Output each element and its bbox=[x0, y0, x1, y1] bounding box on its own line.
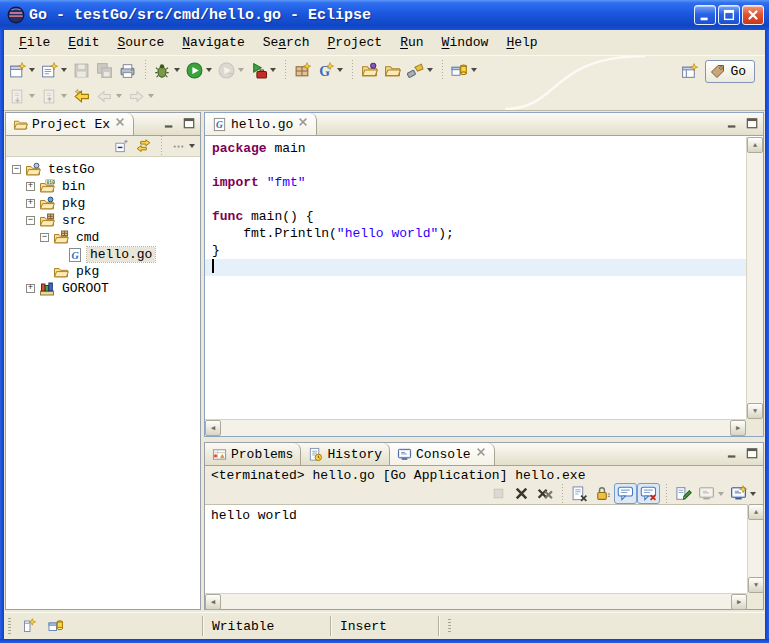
project-tree[interactable]: −testGo+010bin+pkg−src−cmdGhello.gopkg+G… bbox=[6, 158, 200, 609]
new-go-element-button[interactable] bbox=[38, 58, 70, 82]
view-menu-button[interactable] bbox=[168, 137, 198, 156]
open-file-button[interactable] bbox=[381, 58, 404, 82]
code-editor[interactable]: package mainimport "fmt"func main() { fm… bbox=[205, 137, 746, 419]
menu-project[interactable]: Project bbox=[319, 33, 392, 52]
expand-toggle-icon[interactable]: + bbox=[26, 199, 35, 208]
dropdown-arrow-icon[interactable] bbox=[148, 94, 154, 98]
stderr-bubble-button[interactable] bbox=[637, 483, 660, 504]
pin-console-button[interactable] bbox=[672, 483, 695, 504]
collapse-toggle-icon[interactable]: − bbox=[26, 216, 35, 225]
minimize-editor-icon[interactable] bbox=[726, 116, 741, 131]
print-button[interactable] bbox=[116, 58, 139, 82]
tree-item-testgo[interactable]: −testGo bbox=[6, 161, 200, 178]
menu-file[interactable]: File bbox=[10, 33, 59, 52]
statusbar-drag-handle[interactable] bbox=[448, 619, 451, 633]
dropdown-arrow-icon[interactable] bbox=[270, 68, 276, 72]
editor-horizontal-scrollbar[interactable]: ◀ ▶ bbox=[205, 419, 746, 436]
dropdown-arrow-icon[interactable] bbox=[116, 94, 122, 98]
open-console-button[interactable] bbox=[727, 483, 759, 504]
minimize-button[interactable] bbox=[694, 5, 716, 25]
collapse-toggle-icon[interactable]: − bbox=[40, 233, 49, 242]
go-perspective-button[interactable]: Go bbox=[705, 60, 755, 83]
last-edit-button[interactable] bbox=[70, 84, 93, 108]
menu-search[interactable]: Search bbox=[254, 33, 319, 52]
menu-window[interactable]: Window bbox=[433, 33, 498, 52]
maximize-editor-icon[interactable] bbox=[745, 116, 760, 131]
scroll-down-button[interactable]: ▼ bbox=[748, 577, 764, 593]
show-view-shortcut-button[interactable] bbox=[17, 614, 39, 638]
minimize-console-icon[interactable] bbox=[726, 446, 741, 461]
dropdown-arrow-icon[interactable] bbox=[206, 68, 212, 72]
dropdown-arrow-icon[interactable] bbox=[61, 94, 67, 98]
scroll-up-button[interactable]: ▲ bbox=[747, 137, 763, 153]
collapse-all-button[interactable] bbox=[111, 137, 132, 156]
tree-item-goroot[interactable]: +GOROOT bbox=[6, 280, 200, 297]
scroll-right-button[interactable]: ▶ bbox=[730, 420, 746, 436]
dropdown-arrow-icon[interactable] bbox=[61, 68, 67, 72]
dropdown-arrow-icon[interactable] bbox=[238, 68, 244, 72]
close-tab-icon[interactable] bbox=[475, 446, 487, 462]
scroll-right-button[interactable]: ▶ bbox=[731, 594, 747, 610]
scroll-track[interactable] bbox=[221, 594, 731, 609]
scroll-left-button[interactable]: ◀ bbox=[205, 420, 221, 436]
dropdown-arrow-icon[interactable] bbox=[29, 68, 35, 72]
console-vertical-scrollbar[interactable]: ▲ ▼ bbox=[747, 504, 763, 593]
debug-button[interactable] bbox=[151, 58, 183, 82]
tab-problems[interactable]: Problems bbox=[205, 443, 301, 465]
titlebar[interactable]: Go - testGo/src/cmd/hello.go - Eclipse bbox=[0, 0, 769, 30]
expand-toggle-icon[interactable]: + bbox=[26, 284, 35, 293]
menu-run[interactable]: Run bbox=[391, 33, 432, 52]
close-button[interactable] bbox=[742, 5, 764, 25]
menu-help[interactable]: Help bbox=[497, 33, 546, 52]
scroll-track[interactable] bbox=[747, 153, 763, 403]
open-resource-button[interactable] bbox=[358, 58, 381, 82]
go-new-button[interactable]: G bbox=[314, 58, 346, 82]
dropdown-arrow-icon[interactable] bbox=[29, 94, 35, 98]
tab-project-explorer[interactable]: Project Ex bbox=[6, 113, 134, 135]
menu-navigate[interactable]: Navigate bbox=[173, 33, 253, 52]
tree-item-pkg[interactable]: pkg bbox=[6, 263, 200, 280]
remove-all-button[interactable] bbox=[533, 483, 556, 504]
tree-item-bin[interactable]: +010bin bbox=[6, 178, 200, 195]
dropdown-arrow-icon[interactable] bbox=[174, 68, 180, 72]
minimize-view-icon[interactable] bbox=[163, 116, 178, 131]
tab-hello-go[interactable]: G hello.go bbox=[205, 113, 317, 135]
remove-launch-button[interactable] bbox=[510, 483, 533, 504]
close-tab-icon[interactable] bbox=[114, 116, 126, 132]
tree-item-cmd[interactable]: −cmd bbox=[6, 229, 200, 246]
clear-console-button[interactable] bbox=[568, 483, 591, 504]
collapse-toggle-icon[interactable]: − bbox=[12, 165, 21, 174]
link-with-editor-button[interactable] bbox=[133, 137, 154, 156]
scroll-track[interactable] bbox=[221, 420, 730, 436]
dropdown-arrow-icon[interactable] bbox=[337, 68, 343, 72]
stdout-bubble-button[interactable] bbox=[614, 483, 637, 504]
external-tools-button[interactable] bbox=[247, 58, 279, 82]
dropdown-arrow-icon[interactable] bbox=[471, 68, 477, 72]
minimized-view-button[interactable] bbox=[45, 614, 67, 638]
scroll-down-button[interactable]: ▼ bbox=[747, 403, 763, 419]
trim-drag-handle[interactable] bbox=[8, 618, 11, 634]
maximize-button[interactable] bbox=[718, 5, 740, 25]
open-perspective-button[interactable] bbox=[678, 59, 701, 83]
cascade-windows-button[interactable] bbox=[448, 58, 480, 82]
tree-item-pkg[interactable]: +pkg bbox=[6, 195, 200, 212]
scroll-lock-button[interactable] bbox=[591, 483, 614, 504]
dropdown-arrow-icon[interactable] bbox=[427, 68, 433, 72]
menu-edit[interactable]: Edit bbox=[59, 33, 108, 52]
tree-item-src[interactable]: −src bbox=[6, 212, 200, 229]
tree-item-hello-go[interactable]: Ghello.go bbox=[6, 246, 200, 263]
expand-toggle-icon[interactable]: + bbox=[26, 182, 35, 191]
scroll-up-button[interactable]: ▲ bbox=[748, 504, 764, 520]
console-output[interactable]: hello world bbox=[205, 504, 747, 593]
tab-history[interactable]: History bbox=[301, 443, 390, 465]
search-button[interactable] bbox=[404, 58, 436, 82]
maximize-view-icon[interactable] bbox=[182, 116, 197, 131]
dropdown-arrow-icon[interactable] bbox=[750, 492, 756, 496]
maximize-console-icon[interactable] bbox=[745, 446, 760, 461]
scroll-left-button[interactable]: ◀ bbox=[205, 594, 221, 610]
close-tab-icon[interactable] bbox=[297, 116, 309, 132]
dropdown-arrow-icon[interactable] bbox=[718, 492, 724, 496]
console-horizontal-scrollbar[interactable]: ◀ ▶ bbox=[205, 593, 747, 609]
editor-vertical-scrollbar[interactable]: ▲ ▼ bbox=[746, 137, 763, 419]
run-button[interactable] bbox=[183, 58, 215, 82]
